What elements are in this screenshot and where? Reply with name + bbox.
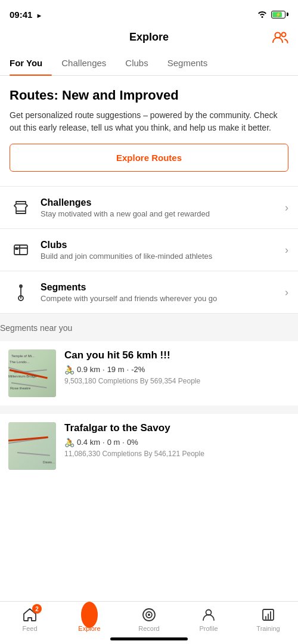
nav-profile[interactable]: Profile <box>188 606 229 632</box>
segment-stats-1: 🚴 0.9 km · 19 m · -2% <box>64 365 290 374</box>
segment-card-2[interactable]: Daws... Trafalgar to the Savoy 🚴 0.4 km … <box>0 414 298 478</box>
explore-icon <box>81 606 98 623</box>
profile-icon <box>200 606 217 623</box>
clubs-name: Clubs <box>41 240 277 250</box>
nav-record-label: Record <box>138 625 159 632</box>
segment-completions-1: 9,503,180 Completions By 569,354 People <box>64 377 290 385</box>
tab-segments[interactable]: Segments <box>158 51 218 75</box>
page-title: Explore <box>129 31 169 44</box>
home-icon: 2 <box>21 606 38 623</box>
status-icons: ⚡ <box>257 10 288 20</box>
record-icon <box>141 606 157 623</box>
battery-icon: ⚡ <box>271 11 288 18</box>
tab-challenges[interactable]: Challenges <box>52 51 116 75</box>
segments-item[interactable]: Segments Compete with yourself and frien… <box>0 271 298 314</box>
segments-text: Segments Compete with yourself and frien… <box>41 282 277 303</box>
challenges-text: Challenges Stay motivated with a new goa… <box>41 197 277 218</box>
clubs-text: Clubs Build and join communities of like… <box>41 240 277 261</box>
challenges-icon <box>10 196 32 219</box>
challenges-item[interactable]: Challenges Stay motivated with a new goa… <box>0 187 298 229</box>
tab-bar: For You Challenges Clubs Segments <box>0 51 298 76</box>
community-icon[interactable] <box>272 30 288 47</box>
feed-badge: 2 <box>32 604 42 614</box>
segments-desc: Compete with yourself and friends wherev… <box>41 294 277 303</box>
tab-clubs[interactable]: Clubs <box>116 51 157 75</box>
segments-near-you: Segments near you Temple of Mi... The Lo… <box>0 314 298 478</box>
segments-icon <box>10 281 32 304</box>
segments-name: Segments <box>41 282 277 293</box>
clubs-chevron: › <box>285 244 288 256</box>
challenges-name: Challenges <box>41 197 277 208</box>
bike-icon-2: 🚴 <box>64 438 74 447</box>
feature-list: Challenges Stay motivated with a new goa… <box>0 186 298 314</box>
nav-training-label: Training <box>256 625 280 632</box>
segment-card-1[interactable]: Temple of Mi... The Londo... Millennium … <box>0 341 298 405</box>
segment-info-2: Trafalgar to the Savoy 🚴 0.4 km · 0 m · … <box>64 422 290 457</box>
segment-info-1: Can you hit 56 kmh !!! 🚴 0.9 km · 19 m ·… <box>64 349 290 385</box>
segments-chevron: › <box>285 286 288 299</box>
segment-name-2: Trafalgar to the Savoy <box>64 422 290 434</box>
segments-section-title: Segments near you <box>0 323 298 333</box>
svg-point-8 <box>88 613 91 616</box>
tab-for-you[interactable]: For You <box>10 51 52 75</box>
home-indicator <box>110 637 188 640</box>
nav-profile-label: Profile <box>199 625 218 632</box>
training-icon <box>260 606 277 623</box>
clubs-icon <box>10 239 32 261</box>
status-bar: 09:41 ► ⚡ <box>0 0 298 26</box>
routes-title: Routes: New and Improved <box>10 88 288 103</box>
challenges-chevron: › <box>285 202 288 214</box>
clubs-item[interactable]: Clubs Build and join communities of like… <box>0 229 298 271</box>
wifi-icon <box>257 10 268 20</box>
bike-icon-1: 🚴 <box>64 365 74 374</box>
clubs-desc: Build and join communities of like-minde… <box>41 252 277 261</box>
segment-name-1: Can you hit 56 kmh !!! <box>64 349 290 361</box>
challenges-desc: Stay motivated with a new goal and get r… <box>41 209 277 218</box>
nav-explore[interactable]: Explore <box>69 606 110 632</box>
segment-map-2: Daws... <box>8 422 56 470</box>
nav-record[interactable]: Record <box>128 606 170 632</box>
main-content: Routes: New and Improved Get personalize… <box>0 76 298 314</box>
header: Explore <box>0 26 298 51</box>
segment-stats-2: 🚴 0.4 km · 0 m · 0% <box>64 438 290 447</box>
explore-routes-button[interactable]: Explore Routes <box>10 144 288 172</box>
segment-map-1: Temple of Mi... The Londo... Millennium … <box>8 349 56 397</box>
svg-point-11 <box>148 614 150 616</box>
svg-point-1 <box>282 32 286 36</box>
nav-feed[interactable]: 2 Feed <box>9 606 51 632</box>
status-time: 09:41 ► <box>10 10 42 20</box>
nav-training[interactable]: Training <box>247 606 289 632</box>
routes-section: Routes: New and Improved Get personalize… <box>10 88 288 172</box>
nav-feed-label: Feed <box>22 625 37 632</box>
segment-completions-2: 11,086,330 Completions By 546,121 People <box>64 450 290 458</box>
routes-description: Get personalized route suggestions – pow… <box>10 109 288 134</box>
